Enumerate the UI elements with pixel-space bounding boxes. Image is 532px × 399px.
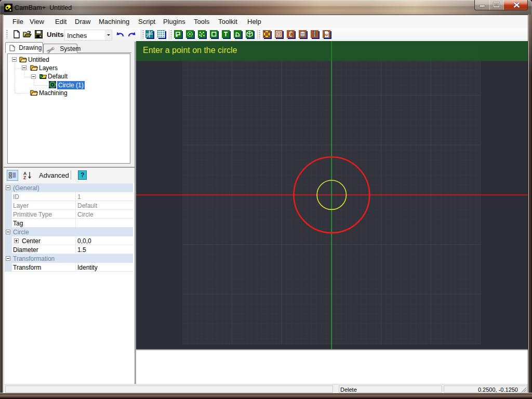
svg-text:NC: NC (325, 33, 330, 37)
svg-text:Enter a point on the circle: Enter a point on the circle (143, 46, 237, 55)
svg-text:Z: Z (23, 175, 26, 180)
